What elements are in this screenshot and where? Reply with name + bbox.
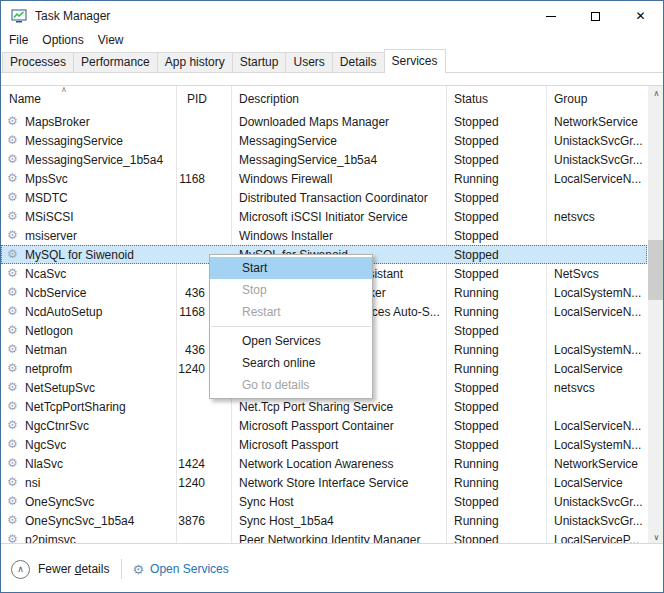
menu-file[interactable]: File: [9, 33, 28, 47]
cell-group: UnistackSvcGr...: [554, 514, 646, 528]
cell-description: Microsoft Passport: [239, 438, 444, 452]
table-row[interactable]: ⚙MessagingService_1b5a4MessagingService_…: [1, 150, 647, 169]
cell-group: UnistackSvcGr...: [554, 153, 646, 167]
cell-status: Stopped: [454, 248, 544, 262]
scroll-up-icon[interactable]: ∧: [648, 86, 664, 101]
cell-description: Downloaded Maps Manager: [239, 115, 444, 129]
table-row[interactable]: ⚙MpsSvc1168Windows FirewallRunningLocalS…: [1, 169, 647, 188]
column-header-group[interactable]: Group: [554, 92, 587, 106]
cell-group: LocalServiceP...: [554, 533, 646, 544]
tab-performance[interactable]: Performance: [73, 52, 158, 72]
table-row[interactable]: ⚙NgcCtnrSvcMicrosoft Passport ContainerS…: [1, 416, 647, 435]
column-header-status[interactable]: Status: [454, 92, 488, 106]
menu-separator: [211, 326, 371, 327]
fewer-details-button[interactable]: Fewer details: [38, 562, 109, 576]
minimize-button[interactable]: [528, 1, 573, 31]
table-row[interactable]: ⚙nsi1240Network Store Interface ServiceR…: [1, 473, 647, 492]
cell-status: Stopped: [454, 419, 544, 433]
service-gear-icon: ⚙: [7, 400, 18, 412]
cell-name: p2pimsvc: [25, 533, 173, 544]
table-row[interactable]: ⚙p2pimsvcPeer Networking Identity Manage…: [1, 530, 647, 544]
tab-details[interactable]: Details: [332, 52, 385, 72]
tab-strip: ProcessesPerformanceApp historyStartupUs…: [1, 49, 663, 73]
menu-options[interactable]: Options: [42, 33, 83, 47]
column-header-pid[interactable]: PID: [187, 92, 207, 106]
menu-item-search-online[interactable]: Search online: [210, 352, 372, 374]
tab-startup[interactable]: Startup: [232, 52, 287, 72]
tab-processes[interactable]: Processes: [2, 52, 74, 72]
scroll-down-icon[interactable]: ∨: [648, 530, 664, 544]
cell-group: UnistackSvcGr...: [554, 134, 646, 148]
table-row[interactable]: ⚙MapsBrokerDownloaded Maps ManagerStoppe…: [1, 112, 647, 131]
service-gear-icon: ⚙: [7, 324, 18, 336]
service-gear-icon: ⚙: [7, 305, 18, 317]
cell-name: OneSyncSvc_1b5a4: [25, 514, 173, 528]
window-title: Task Manager: [35, 9, 110, 23]
cell-description: Distributed Transaction Coordinator: [239, 191, 444, 205]
tab-users[interactable]: Users: [285, 52, 332, 72]
table-row[interactable]: ⚙NlaSvc1424Network Location AwarenessRun…: [1, 454, 647, 473]
cell-status: Stopped: [454, 191, 544, 205]
column-header-name[interactable]: Name: [9, 92, 41, 106]
table-row[interactable]: ⚙MessagingServiceMessagingServiceStopped…: [1, 131, 647, 150]
table-row[interactable]: ⚙OneSyncSvc_1b5a43876Sync Host_1b5a4Runn…: [1, 511, 647, 530]
cell-group: LocalServiceN...: [554, 305, 646, 319]
cell-group: netsvcs: [554, 381, 646, 395]
menu-item-open-services[interactable]: Open Services: [210, 330, 372, 352]
cell-pid: 3876: [176, 514, 205, 528]
table-row[interactable]: ⚙MSiSCSIMicrosoft iSCSI Initiator Servic…: [1, 207, 647, 226]
minimize-icon: [546, 16, 556, 17]
open-services-link[interactable]: Open Services: [150, 562, 229, 576]
task-manager-icon: [11, 8, 27, 24]
menu-view[interactable]: View: [98, 33, 124, 47]
cell-group: LocalService: [554, 362, 646, 376]
cell-description: Network Location Awareness: [239, 457, 444, 471]
menu-item-go-to-details[interactable]: Go to details: [210, 374, 372, 396]
cell-name: NlaSvc: [25, 457, 173, 471]
close-icon: ✕: [635, 10, 645, 22]
cell-name: MessagingService_1b5a4: [25, 153, 173, 167]
column-header-description[interactable]: Description: [239, 92, 299, 106]
cell-group: LocalServiceN...: [554, 419, 646, 433]
tab-app-history[interactable]: App history: [157, 52, 233, 72]
cell-group: netsvcs: [554, 210, 646, 224]
table-row[interactable]: ⚙MSDTCDistributed Transaction Coordinato…: [1, 188, 647, 207]
table-header: ∧ Name PID Description Status Group: [1, 86, 648, 112]
service-gear-icon: ⚙: [7, 438, 18, 450]
cell-status: Stopped: [454, 134, 544, 148]
menu-item-start[interactable]: Start: [210, 257, 372, 279]
service-gear-icon: ⚙: [7, 457, 18, 469]
maximize-button[interactable]: [573, 1, 618, 31]
cell-name: OneSyncSvc: [25, 495, 173, 509]
sort-ascending-icon: ∧: [61, 85, 67, 94]
table-row[interactable]: ⚙OneSyncSvcSync HostStoppedUnistackSvcGr…: [1, 492, 647, 511]
cell-pid: 1240: [176, 362, 205, 376]
tab-services[interactable]: Services: [384, 49, 446, 73]
service-gear-icon: ⚙: [7, 267, 18, 279]
cell-description: Sync Host_1b5a4: [239, 514, 444, 528]
service-gear-icon: ⚙: [7, 533, 18, 544]
service-gear-icon: ⚙: [7, 362, 18, 374]
cell-description: Microsoft Passport Container: [239, 419, 444, 433]
table-row[interactable]: ⚙NgcSvcMicrosoft PassportStoppedLocalSys…: [1, 435, 647, 454]
vertical-scrollbar[interactable]: ∧ ∨: [648, 86, 664, 544]
cell-status: Stopped: [454, 210, 544, 224]
menu-item-stop[interactable]: Stop: [210, 279, 372, 301]
cell-name: Netman: [25, 343, 173, 357]
fewer-details-text: Fewer: [38, 562, 75, 576]
close-button[interactable]: ✕: [618, 1, 663, 31]
cell-description: Windows Installer: [239, 229, 444, 243]
fewer-details-text: etails: [81, 562, 109, 576]
scrollbar-thumb[interactable]: [648, 240, 664, 300]
cell-group: LocalSystemN...: [554, 343, 646, 357]
cell-group: LocalSystemN...: [554, 286, 646, 300]
cell-name: msiserver: [25, 229, 173, 243]
service-gear-icon: ⚙: [7, 229, 18, 241]
title-bar: Task Manager ✕: [1, 1, 663, 31]
menu-item-restart[interactable]: Restart: [210, 301, 372, 323]
cell-status: Stopped: [454, 438, 544, 452]
table-row[interactable]: ⚙NetTcpPortSharingNet.Tcp Port Sharing S…: [1, 397, 647, 416]
table-row[interactable]: ⚙msiserverWindows InstallerStopped: [1, 226, 647, 245]
service-gear-icon: ⚙: [7, 495, 18, 507]
cell-status: Stopped: [454, 115, 544, 129]
